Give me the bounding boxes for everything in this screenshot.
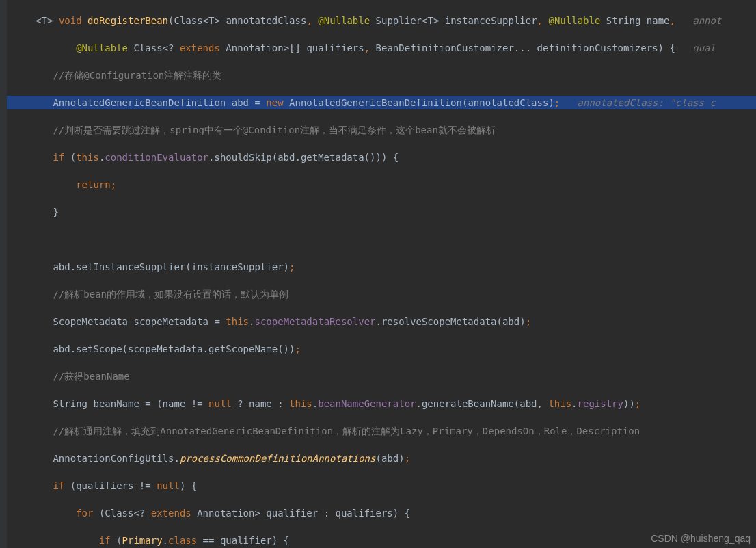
code-line: AnnotationConfigUtils.processCommonDefin… [7,452,756,465]
code-editor[interactable]: <T> void doRegisterBean(Class<T> annotat… [0,0,756,548]
code-line: String beanName = (name != null ? name :… [7,397,756,410]
code-line: } [7,205,756,219]
code-area[interactable]: <T> void doRegisterBean(Class<T> annotat… [7,0,756,548]
code-line-highlighted: AnnotatedGenericBeanDefinition abd = new… [7,96,756,109]
code-line: if (qualifiers != null) { [7,479,756,493]
watermark: CSDN @huisheng_qaq [651,533,751,544]
code-line: //存储@Configuration注解注释的类 [7,68,756,82]
code-line: abd.setInstanceSupplier(instanceSupplier… [7,260,756,274]
code-line [7,233,756,246]
code-line: return; [7,178,756,192]
code-line: @Nullable Class<? extends Annotation>[] … [7,41,756,55]
code-line: //判断是否需要跳过注解，spring中有一个@Condition注解，当不满足… [7,123,756,137]
code-line: if (this.conditionEvaluator.shouldSkip(a… [7,151,756,164]
code-line: if (Primary.class == qualifier) { [7,534,756,547]
code-line: //解析bean的作用域，如果没有设置的话，默认为单例 [7,287,756,301]
code-line: for (Class<? extends Annotation> qualifi… [7,506,756,520]
code-line: abd.setScope(scopeMetadata.getScopeName(… [7,342,756,356]
code-line: //获得beanName [7,369,756,383]
code-line: ScopeMetadata scopeMetadata = this.scope… [7,315,756,328]
code-line: //解析通用注解，填充到AnnotatedGenericBeanDefiniti… [7,424,756,438]
gutter [0,0,7,548]
code-line: <T> void doRegisterBean(Class<T> annotat… [7,14,756,27]
